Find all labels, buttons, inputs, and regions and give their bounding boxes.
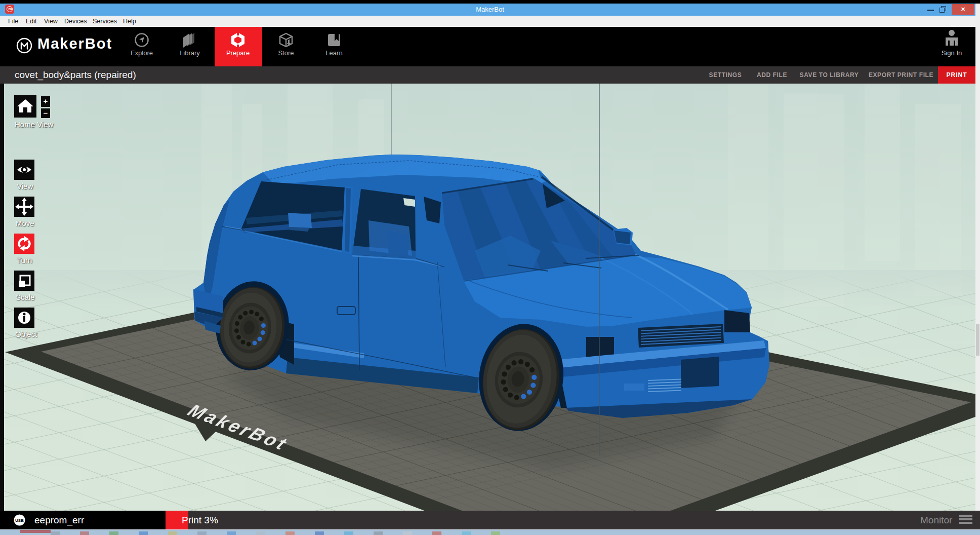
- svg-text:USB: USB: [15, 518, 24, 523]
